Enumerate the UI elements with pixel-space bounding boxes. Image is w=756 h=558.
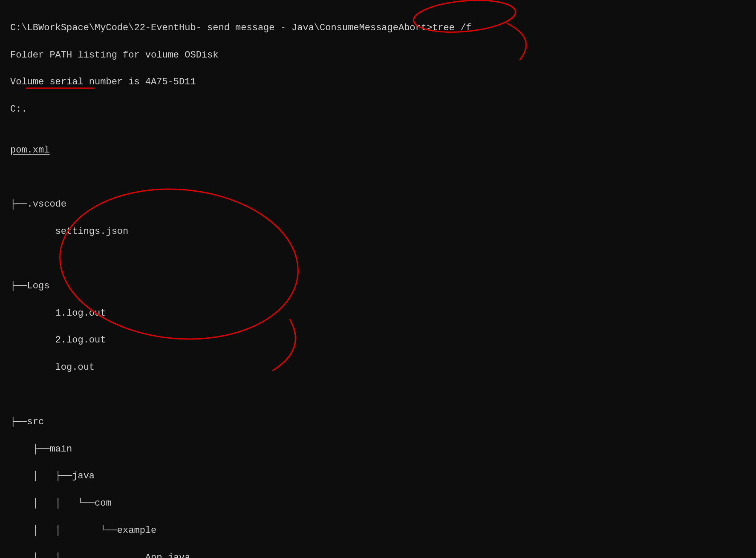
pom-xml-line: pom.xml — [10, 131, 746, 157]
line3: Volume serial number is 4A75-5D11 — [10, 77, 196, 87]
settings-json: settings.json — [10, 226, 128, 237]
app-java: │ │ App.java — [10, 552, 190, 558]
blank3 — [10, 389, 16, 400]
main-dir: ├──main — [10, 444, 72, 454]
log3: log.out — [10, 362, 95, 373]
prompt-line: C:\LBWorkSpace\MyCode\22-EventHub- send … — [10, 23, 472, 33]
src-dir: ├──src — [10, 417, 44, 427]
example-dir: │ │ └──example — [10, 525, 156, 536]
terminal-output: C:\LBWorkSpace\MyCode\22-EventHub- send … — [10, 8, 746, 558]
logs-dir: ├──Logs — [10, 281, 49, 291]
vscode-dir: ├──.vscode — [10, 199, 66, 210]
log1: 1.log.out — [10, 308, 106, 319]
blank1 — [10, 172, 16, 183]
java-dir: │ ├──java — [10, 471, 95, 481]
line2: Folder PATH listing for volume OSDisk — [10, 50, 218, 60]
line4: C:. — [10, 104, 27, 115]
com-dir: │ │ └──com — [10, 498, 112, 509]
blank2 — [10, 253, 16, 264]
log2: 2.log.out — [10, 335, 106, 345]
pom-xml-text: pom.xml — [10, 145, 49, 155]
